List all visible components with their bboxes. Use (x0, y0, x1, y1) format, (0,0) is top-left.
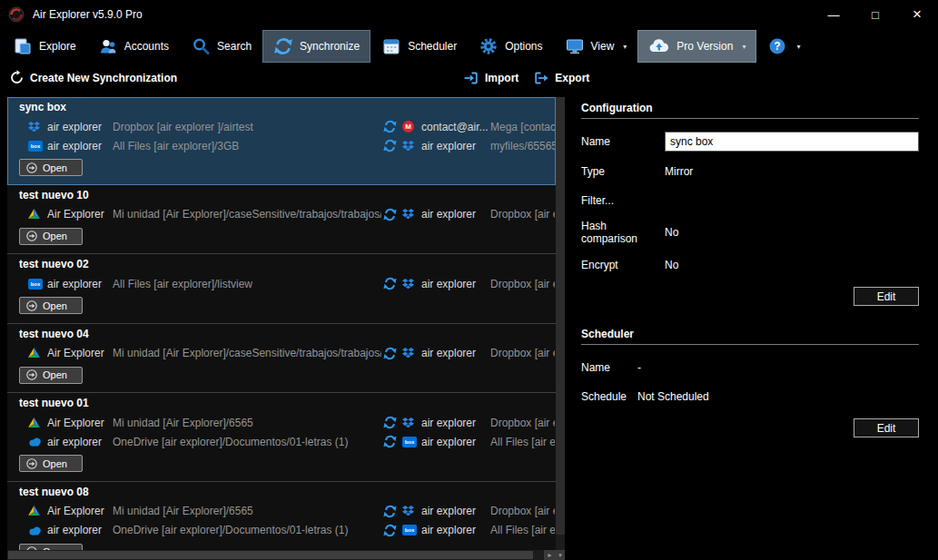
open-sync-button[interactable]: Open (19, 367, 83, 384)
open-sync-button[interactable]: Open (19, 544, 83, 551)
gdrive-icon (28, 209, 43, 220)
export-button[interactable]: Export (533, 70, 589, 86)
sync-name-input[interactable] (665, 132, 919, 152)
source-path: All Files [air explorer]/3GB (113, 140, 381, 152)
import-button[interactable]: Import (463, 70, 518, 86)
dropbox-icon (402, 348, 417, 359)
sync-item-title: test nuevo 02 (19, 258, 555, 270)
gdrive-icon (28, 506, 43, 516)
source-path: Mi unidad [Air Explorer]/6565 (113, 505, 381, 517)
vertical-scroll-thumb[interactable] (556, 97, 565, 535)
box-icon: box (28, 141, 43, 152)
toolbar-synchronize[interactable]: Synchronize (262, 30, 370, 63)
open-sync-button[interactable]: Open (19, 159, 83, 176)
scheduler-name-row: Name - (581, 358, 919, 377)
target-account-name: contact@air... (421, 121, 490, 133)
sync-pair-row: air explorerOneDrive [air explorer]/Docu… (8, 521, 555, 540)
mega-icon: M (402, 121, 417, 133)
target-account-name: air explorer (421, 347, 490, 359)
source-path: Dropbox [air explorer ]/airtest (113, 121, 381, 133)
sync-list: sync boxair explorerDropbox [air explore… (7, 97, 556, 550)
schedule-label: Schedule (581, 390, 637, 403)
target-account-name: air explorer (421, 278, 490, 290)
sync-item-title: test nuevo 01 (19, 397, 555, 409)
window-controls: — □ × (813, 0, 938, 29)
sync-item[interactable]: sync boxair explorerDropbox [air explore… (7, 97, 556, 185)
scroll-right-arrow-icon[interactable]: ▸ (544, 550, 556, 560)
toolbar-explore[interactable]: Explore (2, 30, 87, 63)
dropbox-icon (402, 506, 417, 516)
open-arrow-icon (26, 458, 37, 469)
app-icon (8, 6, 25, 23)
main-area: sync boxair explorerDropbox [air explore… (0, 92, 938, 560)
open-label: Open (43, 162, 67, 173)
gdrive-icon (28, 418, 43, 428)
source-path: All Files [air explorer]/listview (113, 278, 381, 290)
close-button[interactable]: × (896, 0, 938, 29)
toolbar-view[interactable]: View ▾ (554, 30, 638, 63)
open-label: Open (43, 369, 67, 380)
configuration-edit-button[interactable]: Edit (854, 287, 919, 306)
toolbar-label: Explore (39, 40, 76, 53)
horizontal-scrollbar[interactable]: ▸ (7, 550, 556, 560)
sync-pair-row: boxair explorerAll Files [air explorer]/… (8, 136, 555, 155)
open-sync-button[interactable]: Open (19, 297, 83, 314)
target-account-name: air explorer (421, 208, 490, 221)
open-sync-button[interactable]: Open (19, 228, 83, 245)
type-label: Type (581, 165, 665, 178)
source-account-name: Air Explorer (47, 505, 113, 517)
hash-comparison-value: No (665, 226, 678, 239)
create-new-icon (9, 70, 25, 85)
open-arrow-icon (26, 162, 37, 173)
sync-item-title: test nuevo 04 (19, 328, 555, 340)
sync-item[interactable]: test nuevo 01Air ExplorerMi unidad [Air … (7, 393, 556, 482)
sync-item[interactable]: test nuevo 02boxair explorerAll Files [a… (7, 254, 556, 324)
target-account-name: air explorer (421, 417, 490, 429)
scheduler-header: Scheduler (581, 328, 919, 345)
create-new-sync-button[interactable]: Create New Synchronization (9, 70, 177, 85)
scheduler-icon (381, 36, 401, 56)
vertical-scrollbar[interactable]: ▾ (556, 97, 565, 560)
source-account-name: air explorer (47, 121, 113, 133)
chevron-down-icon: ▾ (742, 43, 745, 51)
open-sync-button[interactable]: Open (19, 455, 83, 472)
toolbar-options[interactable]: Options (468, 30, 553, 63)
sync-item-title: test nuevo 10 (19, 189, 555, 201)
view-monitor-icon (565, 36, 585, 56)
export-icon (533, 70, 549, 86)
toolbar-label: Search (217, 40, 252, 53)
toolbar-help[interactable]: ? ▾ (756, 30, 811, 63)
open-arrow-icon (26, 231, 37, 241)
sync-arrows-icon (383, 416, 399, 429)
toolbar-accounts[interactable]: Accounts (87, 30, 180, 63)
name-row: Name (581, 132, 919, 152)
sync-pair-row: Air ExplorerMi unidad [Air Explorer]/656… (8, 413, 555, 432)
open-label: Open (43, 231, 67, 241)
minimize-button[interactable]: — (813, 0, 854, 29)
toolbar-search[interactable]: Search (180, 30, 262, 63)
synchronize-icon (273, 36, 293, 56)
window-title: Air Explorer v5.9.0 Pro (33, 8, 143, 21)
source-account-name: air explorer (47, 436, 113, 448)
toolbar-pro-version[interactable]: Pro Version ▾ (637, 30, 756, 63)
scroll-down-arrow-icon[interactable]: ▾ (556, 550, 565, 560)
scheduler-edit-button[interactable]: Edit (854, 418, 919, 437)
sync-item[interactable]: test nuevo 04Air ExplorerMi unidad [Air … (7, 324, 556, 394)
sync-item[interactable]: test nuevo 10Air ExplorerMi unidad [Air … (7, 185, 556, 255)
sync-arrows-icon (383, 347, 399, 360)
scheduler-section: Scheduler Name - Schedule Not Scheduled … (581, 328, 919, 437)
target-account-name: air explorer (421, 505, 490, 517)
toolbar-scheduler[interactable]: Scheduler (370, 30, 468, 63)
sync-arrows-icon (383, 208, 399, 221)
dropbox-icon (402, 279, 417, 290)
source-account-name: air explorer (47, 278, 113, 290)
maximize-button[interactable]: □ (854, 0, 896, 29)
sync-list-pane: sync boxair explorerDropbox [air explore… (7, 97, 565, 560)
filter-label[interactable]: Filter... (581, 194, 665, 207)
schedule-value: Not Scheduled (637, 390, 709, 403)
horizontal-scroll-thumb[interactable] (8, 551, 533, 559)
target-account-name: air explorer (421, 140, 490, 152)
sync-item[interactable]: test nuevo 08Air ExplorerMi unidad [Air … (7, 482, 556, 551)
onedrive-icon (28, 437, 43, 447)
source-account-name: Air Explorer (47, 347, 113, 359)
